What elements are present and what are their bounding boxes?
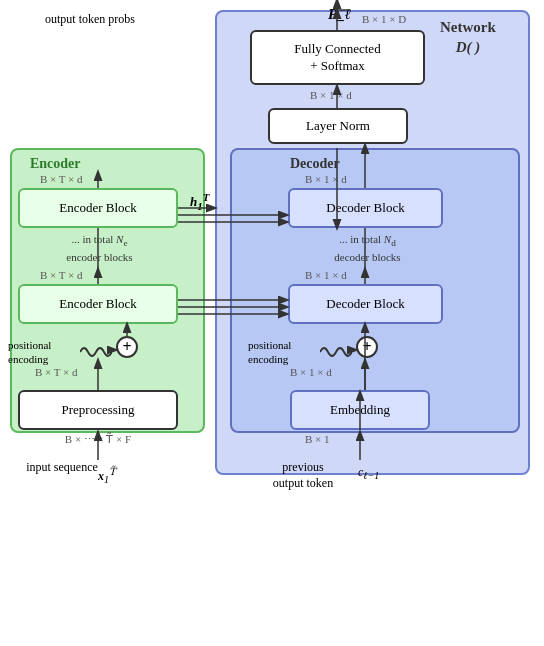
output-token-label: output token probs: [45, 12, 135, 28]
enc-dim-mid: B × T × d: [40, 268, 83, 282]
dec-dim-top: B × 1 × d: [305, 172, 347, 186]
dec-plus-icon: +: [356, 336, 378, 358]
input-var: x1T̃: [98, 465, 116, 486]
network-label: Network D( ): [440, 18, 496, 57]
fc-softmax-block: Fully Connected + Softmax: [250, 30, 425, 85]
embedding-dim: B × 1: [305, 432, 330, 446]
diagram: Encoder Decoder Network D( ) Fully Conne…: [0, 0, 544, 620]
decoder-block-bottom: Decoder Block: [288, 284, 443, 324]
dec-sine-icon: [320, 342, 352, 366]
enc-pos-label: positionalencoding: [8, 338, 78, 367]
layer-norm-block: Layer Norm: [268, 108, 408, 144]
enc-dim-top: B × T × d: [40, 172, 83, 186]
prev-output-var: cℓ−1: [358, 465, 379, 482]
dec-dim-pre: B × 1 × d: [290, 365, 332, 379]
enc-sine-icon: [80, 342, 112, 366]
h-label: h1T: [190, 190, 209, 213]
fc-to-ln-dim: B × 1 × d: [310, 88, 352, 102]
decoder-label: Decoder: [290, 155, 340, 173]
enc-note: ... in total Neencoder blocks: [22, 232, 177, 265]
encoder-block-top: Encoder Block: [18, 188, 178, 228]
output-var: P_ℓ: [328, 5, 351, 25]
prev-output-label: previousoutput token: [258, 460, 348, 491]
input-label: input sequence: [22, 460, 102, 476]
decoder-block-top: Decoder Block: [288, 188, 443, 228]
enc-plus-icon: +: [116, 336, 138, 358]
encoder-block-bottom: Encoder Block: [18, 284, 178, 324]
enc-dim-pre: B × T × d: [35, 365, 78, 379]
dec-note: ... in total Nddecoder blocks: [290, 232, 445, 265]
dec-dim-mid: B × 1 × d: [305, 268, 347, 282]
dec-pos-label: positionalencoding: [248, 338, 318, 367]
embedding-block: Embedding: [290, 390, 430, 430]
encoder-label: Encoder: [30, 155, 81, 173]
output-dim: B × 1 × D: [362, 12, 406, 26]
preprocessing-dim: B × ⋯ × T̃ × F: [18, 432, 178, 446]
preprocessing-block: Preprocessing: [18, 390, 178, 430]
